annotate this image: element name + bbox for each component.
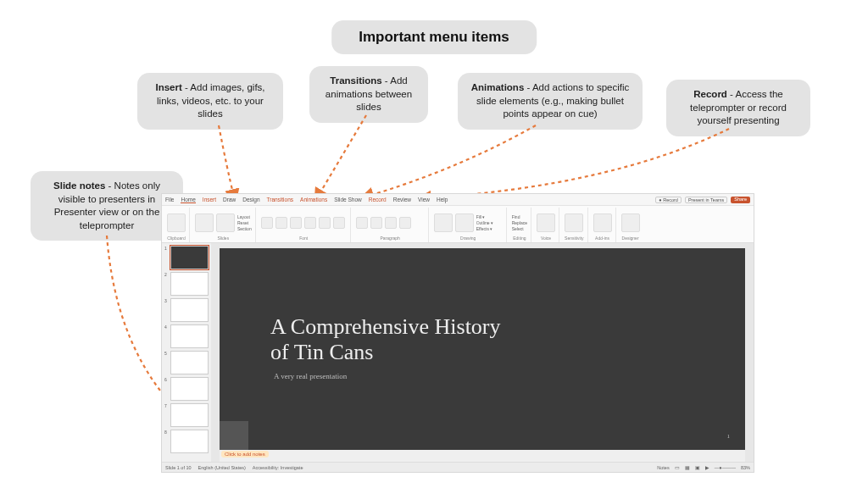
group-addins-label: Add-ins: [593, 236, 612, 241]
tab-design[interactable]: Design: [242, 197, 259, 202]
status-accessibility[interactable]: Accessibility: Investigate: [253, 465, 303, 470]
layout-button[interactable]: Layout: [237, 214, 252, 219]
shapes-icon[interactable]: [434, 214, 453, 232]
thumbnail-4[interactable]: 4: [164, 324, 209, 348]
share-button[interactable]: Share: [731, 197, 750, 203]
font-picker-icon[interactable]: [261, 217, 273, 229]
slide-subtitle[interactable]: A very real presentation: [274, 372, 347, 380]
thumbnail-panel[interactable]: 1 2 3 4 5 6 7 8: [162, 243, 211, 462]
thumbnail-8[interactable]: 8: [164, 430, 209, 453]
zoom-value[interactable]: 83%: [741, 465, 750, 470]
slide-stage: A Comprehensive History of Tin Cans A ve…: [211, 243, 754, 462]
group-editing-label: Editing: [512, 236, 527, 241]
ribbon-tabs: File Home Insert Draw Design Transitions…: [162, 194, 754, 206]
group-voice: Voice: [533, 208, 559, 242]
font-color-icon[interactable]: [333, 217, 345, 229]
callout-animations: Animations - Add actions to specific sli…: [458, 73, 643, 130]
group-paragraph: Paragraph: [353, 208, 429, 242]
view-slideshow-icon[interactable]: ▶: [705, 465, 709, 470]
callout-slidenotes-label: Slide notes: [53, 180, 105, 191]
group-clipboard-label: Clipboard: [167, 236, 186, 241]
shape-fill-button[interactable]: Fill ▾: [476, 214, 493, 219]
tab-view[interactable]: View: [418, 197, 430, 202]
thumbnail-7[interactable]: 7: [164, 403, 209, 427]
slide-canvas[interactable]: A Comprehensive History of Tin Cans A ve…: [220, 248, 745, 450]
callout-transitions: Transitions - Add animations between sli…: [309, 66, 428, 123]
bold-icon[interactable]: [290, 217, 302, 229]
group-sensitivity-label: Sensitivity: [565, 236, 584, 241]
reset-button[interactable]: Reset: [237, 220, 252, 225]
designer-icon[interactable]: [621, 214, 640, 232]
dictate-icon[interactable]: [537, 214, 555, 232]
thumbnail-2[interactable]: 2: [164, 272, 209, 296]
shape-outline-button[interactable]: Outline ▾: [476, 220, 493, 225]
thumbnail-6[interactable]: 6: [164, 377, 209, 401]
thumbnail-1[interactable]: 1: [164, 246, 209, 269]
record-button[interactable]: ● Record: [655, 197, 682, 203]
callout-transitions-label: Transitions: [330, 75, 381, 86]
font-size-icon[interactable]: [275, 217, 287, 229]
zoom-slider[interactable]: —●———: [715, 465, 736, 470]
callout-record-label: Record: [693, 89, 727, 99]
slide-number: 1: [727, 433, 731, 440]
group-sensitivity: Sensitivity: [561, 208, 588, 242]
slide-title[interactable]: A Comprehensive History of Tin Cans: [270, 314, 593, 365]
view-reading-icon[interactable]: ▣: [695, 465, 700, 470]
notes-bar[interactable]: Click to add notes: [220, 450, 745, 462]
view-normal-icon[interactable]: ▭: [675, 465, 680, 470]
reuse-slides-icon[interactable]: [216, 214, 235, 232]
status-notes-button[interactable]: Notes: [657, 465, 669, 470]
group-editing: Find Replace Select Editing: [509, 208, 531, 242]
status-slide: Slide 1 of 10: [165, 465, 192, 470]
thumbnail-5[interactable]: 5: [164, 351, 209, 374]
callout-insert-label: Insert: [155, 82, 181, 92]
shape-effects-button[interactable]: Effects ▾: [476, 226, 493, 231]
callout-record: Record - Access the teleprompter or reco…: [666, 80, 810, 136]
tab-home[interactable]: Home: [181, 197, 195, 203]
underline-icon[interactable]: [319, 217, 331, 229]
addins-icon[interactable]: [593, 214, 612, 232]
paste-icon[interactable]: [167, 214, 186, 232]
view-sorter-icon[interactable]: ▦: [685, 465, 690, 470]
powerpoint-window: File Home Insert Draw Design Transitions…: [161, 193, 754, 473]
tab-file[interactable]: File: [165, 197, 174, 202]
tab-review[interactable]: Review: [393, 197, 411, 202]
arrange-icon[interactable]: [455, 214, 474, 232]
present-teams-button[interactable]: Present in Teams: [685, 197, 727, 203]
new-slide-icon[interactable]: [195, 214, 214, 232]
group-clipboard: Clipboard: [164, 208, 190, 242]
numbering-icon[interactable]: [370, 217, 382, 229]
callout-slidenotes: Slide notes - Notes only visible to pres…: [31, 171, 183, 241]
align-icon[interactable]: [385, 217, 397, 229]
group-font-label: Font: [261, 236, 347, 241]
line-spacing-icon[interactable]: [399, 217, 411, 229]
workspace: 1 2 3 4 5 6 7 8 A Comprehensive History …: [162, 243, 754, 462]
group-slides: Layout Reset Section Slides: [192, 208, 256, 242]
tab-draw[interactable]: Draw: [223, 197, 236, 202]
thumbnail-3[interactable]: 3: [164, 298, 209, 322]
group-voice-label: Voice: [537, 236, 555, 241]
group-drawing: Fill ▾ Outline ▾ Effects ▾ Drawing: [431, 208, 507, 242]
group-paragraph-label: Paragraph: [356, 236, 425, 241]
group-designer-label: Designer: [621, 236, 640, 241]
sensitivity-icon[interactable]: [565, 214, 583, 232]
find-button[interactable]: Find: [512, 214, 527, 219]
tab-transitions[interactable]: Transitions: [267, 197, 294, 202]
tab-record[interactable]: Record: [369, 197, 387, 202]
tab-slideshow[interactable]: Slide Show: [334, 197, 362, 202]
section-button[interactable]: Section: [237, 226, 252, 231]
tab-insert[interactable]: Insert: [203, 197, 216, 202]
ribbon: Clipboard Layout Reset Section Slides: [162, 206, 754, 243]
tab-help[interactable]: Help: [437, 197, 448, 202]
replace-button[interactable]: Replace: [512, 220, 527, 225]
italic-icon[interactable]: [304, 217, 316, 229]
bullets-icon[interactable]: [356, 217, 368, 229]
group-drawing-label: Drawing: [434, 236, 503, 241]
notes-placeholder[interactable]: Click to add notes: [221, 451, 269, 458]
slide-accent-shape: [220, 421, 248, 450]
status-bar: Slide 1 of 10 English (United States) Ac…: [162, 462, 754, 472]
tab-animations[interactable]: Animations: [300, 197, 327, 202]
group-font: Font: [258, 208, 351, 242]
callout-animations-label: Animations: [471, 82, 525, 92]
select-button[interactable]: Select: [512, 226, 527, 231]
